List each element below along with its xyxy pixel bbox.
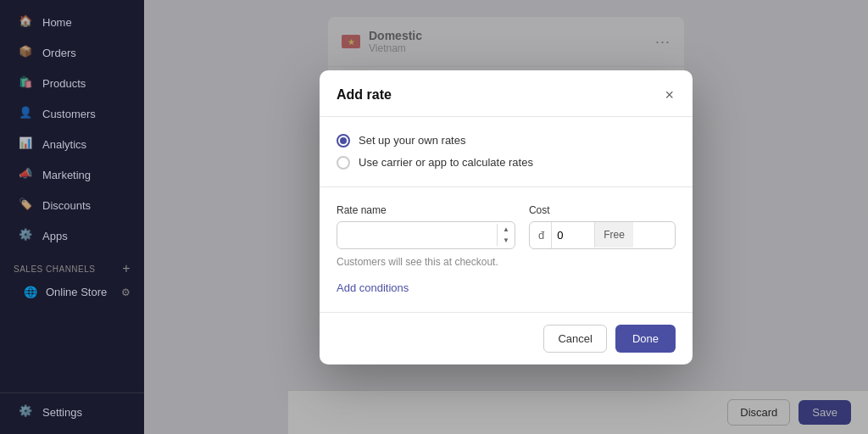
sidebar-item-online-store[interactable]: 🌐 Online Store ⚙	[0, 280, 144, 304]
sidebar-bottom: ⚙️ Settings	[0, 392, 144, 427]
cost-input-wrapper: đ Free	[529, 221, 676, 249]
home-icon: 🏠	[19, 14, 34, 30]
products-icon: 🛍️	[19, 75, 34, 91]
sidebar-item-label: Home	[42, 16, 72, 29]
sidebar-item-customers[interactable]: 👤 Customers	[5, 99, 139, 128]
settings-icon: ⚙️	[19, 404, 34, 420]
add-sales-channel-icon[interactable]: +	[122, 261, 131, 276]
free-badge: Free	[594, 222, 633, 248]
sidebar-item-label: Apps	[42, 230, 68, 242]
sidebar-item-label: Orders	[42, 47, 76, 59]
settings-label: Settings	[42, 406, 82, 419]
rate-name-label: Rate name	[337, 204, 515, 216]
stepper-down[interactable]: ▼	[501, 235, 511, 246]
sidebar-item-analytics[interactable]: 📊 Analytics	[5, 130, 139, 159]
sidebar-item-label: Products	[42, 77, 86, 90]
online-store-icon: 🌐	[24, 286, 37, 298]
sidebar-item-settings[interactable]: ⚙️ Settings	[5, 398, 139, 426]
radio-carrier-rates[interactable]: Use carrier or app to calculate rates	[337, 156, 676, 170]
stepper-up[interactable]: ▲	[501, 224, 511, 235]
cancel-button[interactable]: Cancel	[543, 325, 606, 353]
rate-form-row: Rate name ▲ ▼ Cost đ	[337, 204, 676, 249]
sidebar: 🏠 Home 📦 Orders 🛍️ Products 👤 Customers …	[0, 0, 144, 434]
modal-divider	[320, 186, 693, 187]
add-rate-modal: Add rate × Set up your own rates Use car…	[320, 70, 693, 364]
rate-name-input[interactable]	[337, 222, 497, 248]
rate-name-stepper: ▲ ▼	[497, 224, 515, 246]
done-button[interactable]: Done	[615, 325, 676, 353]
cost-input[interactable]	[552, 222, 594, 248]
sidebar-item-label: Marketing	[42, 169, 91, 181]
discounts-icon: 🏷️	[19, 198, 34, 213]
main-content: ★ Domestic Vietnam ··· Rate name Conditi…	[144, 0, 868, 434]
sales-channels-section: SALES CHANNELS +	[0, 251, 144, 280]
sidebar-item-home[interactable]: 🏠 Home	[5, 8, 139, 36]
online-store-label: Online Store	[46, 286, 107, 298]
apps-icon: ⚙️	[19, 228, 34, 243]
marketing-icon: 📣	[19, 167, 34, 182]
radio-own-rates[interactable]: Set up your own rates	[337, 134, 676, 147]
orders-icon: 📦	[19, 45, 34, 60]
rate-name-group: Rate name ▲ ▼	[337, 204, 515, 249]
sidebar-item-label: Customers	[42, 108, 96, 120]
sidebar-item-discounts[interactable]: 🏷️ Discounts	[5, 191, 139, 220]
sidebar-item-apps[interactable]: ⚙️ Apps	[5, 221, 139, 250]
rate-name-input-wrapper: ▲ ▼	[337, 221, 515, 249]
radio-own-label: Set up your own rates	[359, 134, 465, 147]
online-store-settings-icon[interactable]: ⚙	[121, 287, 131, 298]
modal-footer: Cancel Done	[320, 312, 693, 364]
modal-overlay: Add rate × Set up your own rates Use car…	[144, 0, 868, 434]
cost-label: Cost	[529, 204, 676, 216]
add-conditions-link[interactable]: Add conditions	[337, 281, 409, 294]
customers-icon: 👤	[19, 106, 34, 121]
rate-type-radio-group: Set up your own rates Use carrier or app…	[337, 134, 676, 170]
radio-own-inner	[340, 137, 347, 144]
modal-header: Add rate ×	[320, 70, 693, 117]
sidebar-item-marketing[interactable]: 📣 Marketing	[5, 160, 139, 189]
sidebar-item-products[interactable]: 🛍️ Products	[5, 69, 139, 97]
radio-carrier-indicator	[337, 156, 350, 170]
cost-group: Cost đ Free	[529, 204, 676, 249]
cost-currency-prefix: đ	[530, 222, 552, 248]
modal-body: Set up your own rates Use carrier or app…	[320, 117, 693, 312]
radio-own-indicator	[337, 134, 350, 147]
checkout-helper-text: Customers will see this at checkout.	[337, 256, 676, 268]
radio-carrier-label: Use carrier or app to calculate rates	[359, 156, 533, 169]
modal-title: Add rate	[337, 87, 392, 103]
sidebar-item-label: Discounts	[42, 199, 91, 212]
sidebar-item-orders[interactable]: 📦 Orders	[5, 38, 139, 67]
sidebar-item-label: Analytics	[42, 138, 86, 151]
modal-close-button[interactable]: ×	[663, 86, 676, 104]
analytics-icon: 📊	[19, 136, 34, 152]
